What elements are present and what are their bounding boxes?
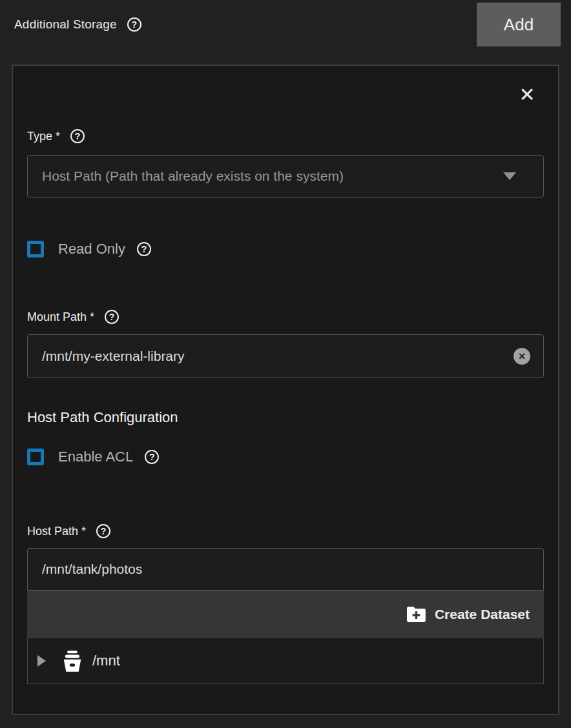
dataset-icon bbox=[60, 649, 85, 673]
page-header: Additional Storage ? Add bbox=[0, 0, 571, 49]
expand-arrow-icon[interactable] bbox=[37, 655, 46, 667]
mount-path-input[interactable] bbox=[42, 349, 514, 364]
host-path-configuration-heading: Host Path Configuration bbox=[27, 409, 544, 426]
additional-storage-dialog: ✕ Type * ? Host Path (Path that already … bbox=[12, 65, 559, 715]
host-path-field bbox=[27, 548, 544, 591]
host-path-input[interactable] bbox=[42, 561, 530, 577]
type-field-label-row: Type * ? bbox=[27, 128, 544, 145]
help-icon[interactable]: ? bbox=[127, 17, 141, 32]
read-only-checkbox[interactable] bbox=[27, 241, 44, 258]
read-only-label: Read Only bbox=[58, 241, 125, 258]
create-dataset-label: Create Dataset bbox=[435, 607, 530, 622]
clear-icon[interactable]: ✕ bbox=[514, 348, 530, 365]
explorer-toolbar: Create Dataset bbox=[27, 591, 544, 638]
mount-path-label-row: Mount Path * ? bbox=[27, 308, 544, 325]
help-icon[interactable]: ? bbox=[145, 450, 159, 464]
help-icon[interactable]: ? bbox=[137, 242, 151, 256]
dataset-tree: /mnt bbox=[27, 638, 544, 684]
page-title: Additional Storage bbox=[14, 17, 117, 32]
read-only-row: Read Only ? bbox=[27, 235, 544, 263]
tree-item-mnt[interactable]: /mnt bbox=[92, 652, 120, 669]
page-title-group: Additional Storage ? bbox=[14, 17, 141, 32]
help-icon[interactable]: ? bbox=[105, 310, 119, 324]
host-path-label: Host Path * bbox=[27, 525, 86, 538]
enable-acl-label: Enable ACL bbox=[58, 449, 133, 465]
add-button[interactable]: Add bbox=[477, 3, 561, 46]
close-icon[interactable]: ✕ bbox=[514, 81, 540, 107]
host-path-label-row: Host Path * ? bbox=[27, 523, 544, 540]
mount-path-label: Mount Path * bbox=[27, 310, 94, 324]
chevron-down-icon bbox=[503, 172, 516, 180]
folder-plus-icon bbox=[407, 607, 426, 623]
help-icon[interactable]: ? bbox=[70, 129, 85, 143]
create-dataset-button[interactable]: Create Dataset bbox=[407, 607, 530, 623]
mount-path-field: ✕ bbox=[27, 334, 544, 378]
type-label: Type * bbox=[27, 130, 60, 143]
enable-acl-checkbox[interactable] bbox=[27, 449, 44, 465]
help-icon[interactable]: ? bbox=[96, 524, 110, 538]
enable-acl-row: Enable ACL ? bbox=[27, 443, 544, 471]
type-select[interactable]: Host Path (Path that already exists on t… bbox=[27, 155, 544, 197]
type-select-value: Host Path (Path that already exists on t… bbox=[42, 168, 344, 184]
